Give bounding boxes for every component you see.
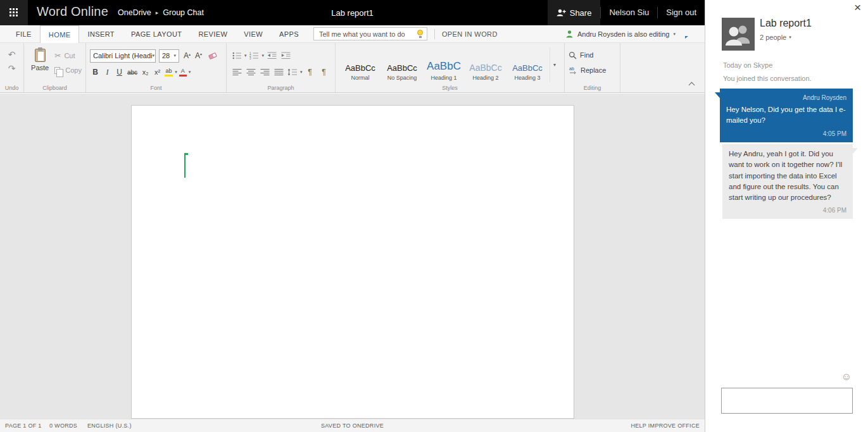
grow-font-button[interactable]: A ▴: [184, 51, 191, 60]
group-avatar: [722, 18, 755, 51]
line-spacing-button[interactable]: [286, 65, 299, 79]
breadcrumb-folder[interactable]: Group Chat: [163, 8, 204, 17]
tab-file[interactable]: FILE: [8, 25, 40, 43]
tab-page-layout[interactable]: PAGE LAYOUT: [123, 25, 190, 43]
document-page[interactable]: [131, 105, 574, 419]
strikethrough-button[interactable]: abc: [126, 66, 139, 79]
editing-group: Find ab Replace Editing: [565, 43, 620, 92]
bullets-dropdown-arrow[interactable]: ▾: [244, 53, 247, 58]
style-heading-2[interactable]: AaBbCc Heading 2: [465, 47, 506, 83]
participants-dropdown[interactable]: 2 people ▾: [760, 34, 791, 41]
sign-out-button[interactable]: Sign out: [658, 0, 705, 25]
align-right-button[interactable]: [258, 65, 271, 79]
coauthor-status-dropdown[interactable]: Andru Roysden is also editing ▾: [565, 30, 676, 38]
chevron-down-icon: ▾: [553, 62, 556, 68]
chat-pane-toggle-button[interactable]: [683, 28, 696, 40]
clear-formatting-button[interactable]: [208, 52, 217, 59]
message-timestamp: 4:05 PM: [726, 129, 846, 139]
chat-close-button[interactable]: ×: [854, 1, 861, 13]
chevron-down-icon: ▾: [153, 53, 155, 58]
replace-label: Replace: [581, 66, 606, 74]
cut-button[interactable]: ✂ Cut: [54, 50, 82, 61]
style-heading-1[interactable]: AaBbC Heading 1: [423, 47, 465, 83]
font-color-dropdown-arrow[interactable]: ▾: [189, 70, 191, 75]
justify-icon: [274, 68, 284, 76]
share-button[interactable]: Share: [548, 0, 601, 25]
status-bar: PAGE 1 OF 1 0 WORDS ENGLISH (U.S.) SAVED…: [0, 419, 705, 432]
clipboard-group-label: Clipboard: [24, 85, 85, 91]
tab-review[interactable]: REVIEW: [190, 25, 236, 43]
emoticon-button[interactable]: ☺: [841, 372, 852, 382]
decrease-indent-button[interactable]: [265, 49, 278, 63]
tab-insert[interactable]: INSERT: [79, 25, 123, 43]
tab-home[interactable]: HOME: [40, 25, 80, 43]
underline-button[interactable]: U: [114, 66, 125, 79]
find-button[interactable]: Find: [569, 47, 616, 63]
style-heading-3[interactable]: AaBbCc Heading 3: [506, 47, 548, 83]
cut-copy-stack: ✂ Cut Copy: [54, 47, 82, 82]
shrink-font-button[interactable]: A ▾: [195, 51, 202, 60]
user-name-button[interactable]: Nelson Siu: [601, 0, 657, 25]
clipboard-group: Paste ✂ Cut Copy Clipboard: [24, 43, 86, 92]
chat-conversation-title: Lab report1: [760, 18, 812, 29]
align-center-button[interactable]: [244, 65, 257, 79]
text-direction-ltr-button[interactable]: ¶: [304, 65, 317, 79]
message-text: Hey Andru, yeah I got it. Did you want t…: [729, 149, 846, 203]
help-improve-office-link[interactable]: HELP IMPROVE OFFICE: [631, 419, 700, 432]
chat-joined-note: You joined this conversation.: [723, 75, 812, 82]
breadcrumb-onedrive[interactable]: OneDrive: [118, 8, 151, 17]
chevron-down-icon: ▾: [673, 32, 676, 37]
italic-button[interactable]: I: [102, 66, 113, 79]
find-label: Find: [580, 51, 593, 59]
app-launcher-button[interactable]: [0, 0, 28, 25]
numbering-dropdown-arrow[interactable]: ▾: [262, 53, 265, 58]
paste-button[interactable]: Paste: [28, 47, 52, 82]
replace-icon: ab: [569, 66, 577, 75]
align-right-icon: [260, 68, 270, 76]
undo-button[interactable]: ↶: [6, 47, 18, 61]
copy-button[interactable]: Copy: [54, 65, 82, 76]
editing-group-label: Editing: [565, 85, 620, 91]
tab-apps[interactable]: APPS: [271, 25, 307, 43]
suite-bar-right: Share Nelson Siu Sign out: [548, 0, 705, 25]
tell-me-input[interactable]: [319, 30, 413, 38]
styles-group: AaBbCc Normal AaBbCc No Spacing AaBbC He…: [336, 43, 565, 92]
styles-group-label: Styles: [336, 85, 564, 91]
highlight-button[interactable]: ab: [164, 68, 173, 77]
increase-indent-icon: [281, 52, 291, 59]
replace-button[interactable]: ab Replace: [569, 63, 616, 78]
increase-indent-button[interactable]: [279, 49, 292, 63]
line-spacing-dropdown-arrow[interactable]: ▾: [300, 70, 303, 75]
font-name-select[interactable]: Calibri Light (Headi ▾: [90, 49, 156, 63]
redo-button[interactable]: ↷: [6, 61, 18, 75]
language-indicator[interactable]: ENGLISH (U.S.): [87, 419, 132, 432]
font-size-select[interactable]: 28 ▾: [159, 49, 179, 63]
align-left-button[interactable]: [230, 65, 243, 79]
decrease-indent-icon: [267, 52, 277, 59]
collapse-ribbon-button[interactable]: [687, 80, 697, 89]
chat-message-input[interactable]: [721, 388, 853, 414]
font-name-value: Calibri Light (Headi: [93, 52, 153, 59]
word-count[interactable]: 0 WORDS: [49, 419, 77, 432]
tab-view[interactable]: VIEW: [236, 25, 271, 43]
font-color-button[interactable]: A: [179, 68, 187, 77]
bullets-button[interactable]: [230, 49, 243, 63]
justify-button[interactable]: [272, 65, 285, 79]
bold-button[interactable]: B: [90, 66, 101, 79]
styles-more-button[interactable]: ▾: [550, 47, 559, 82]
highlight-dropdown-arrow[interactable]: ▾: [175, 70, 177, 75]
font-group-label: Font: [86, 85, 226, 91]
subscript-button[interactable]: x₂: [140, 66, 151, 79]
shrink-font-arrow-icon: ▾: [200, 52, 202, 56]
ribbon-filler: [620, 43, 705, 92]
breadcrumb-separator-icon: ▸: [156, 9, 159, 16]
chevron-down-icon: ▾: [173, 53, 176, 58]
text-direction-rtl-button[interactable]: ¶: [318, 65, 330, 79]
ribbon-home: ↶ ↷ Undo Paste ✂ Cut Copy Clipboard: [0, 43, 705, 93]
style-normal[interactable]: AaBbCc Normal: [339, 47, 381, 83]
style-no-spacing[interactable]: AaBbCc No Spacing: [381, 47, 423, 83]
superscript-button[interactable]: x²: [152, 66, 163, 79]
page-indicator[interactable]: PAGE 1 OF 1: [5, 419, 42, 432]
numbering-button[interactable]: 123: [248, 49, 261, 63]
open-in-word-button[interactable]: OPEN IN WORD: [442, 30, 498, 38]
